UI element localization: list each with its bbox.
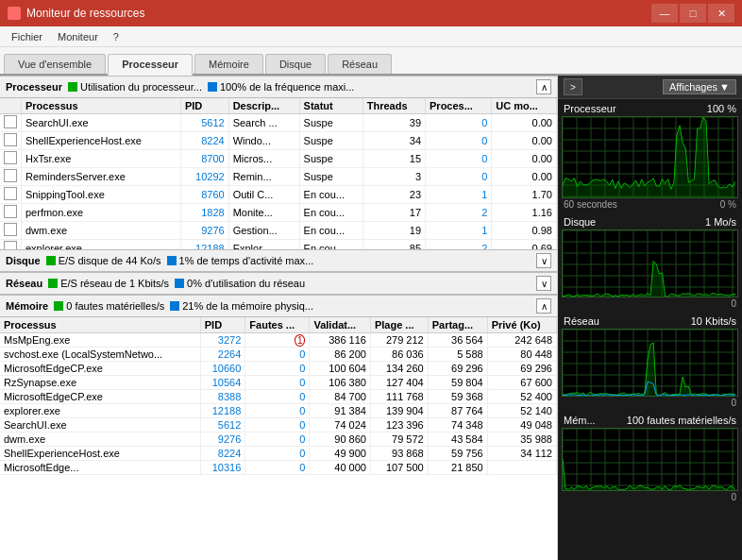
menu-moniteur[interactable]: Moniteur — [50, 29, 106, 44]
table-row[interactable]: dwm.exe 9276 0 90 860 79 572 43 584 35 9… — [0, 433, 557, 447]
table-row[interactable]: SnippingTool.exe 8760 Outil C... En cou.… — [0, 186, 557, 204]
maximize-button[interactable]: □ — [680, 4, 706, 23]
affichages-button[interactable]: Affichages ▼ — [663, 79, 736, 94]
row-check[interactable] — [0, 204, 22, 222]
menu-help[interactable]: ? — [106, 29, 126, 44]
row-shared: 5 588 — [428, 348, 487, 362]
row-check[interactable] — [0, 240, 22, 250]
row-range: 134 260 — [370, 362, 428, 376]
row-faults: 0 — [245, 418, 310, 433]
memory-indicator2-text: 21% de la mémoire physiq... — [182, 300, 313, 312]
table-row[interactable]: ShellExperienceHost.exe 8224 0 49 900 93… — [0, 447, 557, 461]
memory-table-scroll[interactable]: Processus PID Fautes ... Validat... Plag… — [0, 317, 557, 475]
processor-indicator1-text: Utilisation du processeur... — [80, 81, 202, 93]
network-expand-button[interactable]: ∨ — [536, 276, 551, 291]
row-check[interactable] — [0, 222, 22, 240]
table-row[interactable]: RzSynapse.exe 10564 0 106 380 127 404 59… — [0, 376, 557, 390]
row-name: svchost.exe (LocalSystemNetwo... — [0, 348, 200, 362]
row-name: HxTsr.exe — [22, 150, 181, 168]
table-row[interactable]: explorer.exe 12188 0 91 384 139 904 87 7… — [0, 404, 557, 418]
affichages-label: Affichages — [669, 81, 717, 93]
tab-disque[interactable]: Disque — [265, 54, 326, 74]
disk-expand-button[interactable]: ∨ — [536, 253, 551, 268]
row-valid: 74 024 — [310, 418, 370, 433]
chart-canvas-1 — [563, 230, 735, 297]
table-row[interactable]: MicrosoftEdgeCP.exe 8388 0 84 700 111 76… — [0, 390, 557, 404]
table-row[interactable]: HxTsr.exe 8700 Micros... Suspe 15 0 0.00 — [0, 150, 557, 168]
network-section-header[interactable]: Réseau E/S réseau de 1 Kbits/s 0% d'util… — [0, 272, 557, 295]
chart-title: Réseau — [564, 315, 599, 327]
row-check[interactable] — [0, 150, 22, 168]
table-row[interactable]: svchost.exe (LocalSystemNetwo... 2264 0 … — [0, 348, 557, 362]
row-shared: 59 368 — [428, 390, 487, 404]
row-check[interactable] — [0, 132, 22, 150]
row-pid: 12188 — [180, 240, 228, 250]
row-desc: Windo... — [228, 132, 299, 150]
row-valid: 90 860 — [310, 433, 370, 447]
row-check[interactable] — [0, 114, 22, 132]
table-row[interactable]: MicrosoftEdgeCP.exe 10660 0 100 604 134 … — [0, 362, 557, 376]
row-name: ShellExperienceHost.exe — [0, 447, 200, 461]
memory-indicator2: 21% de la mémoire physiq... — [170, 300, 313, 312]
row-private: 69 296 — [487, 362, 556, 376]
tab-vue-ensemble[interactable]: Vue d'ensemble — [4, 54, 106, 74]
close-button[interactable]: ✕ — [708, 4, 734, 23]
memory-table-container: Processus PID Fautes ... Validat... Plag… — [0, 317, 557, 475]
processor-expand-button[interactable]: ∧ — [536, 79, 551, 94]
row-faults: 0 — [245, 390, 310, 404]
col-header-pid: PID — [180, 98, 228, 114]
row-procs: 2 — [426, 204, 492, 222]
row-procs: 0 — [426, 114, 492, 132]
row-name: explorer.exe — [22, 240, 181, 250]
disk-section-header[interactable]: Disque E/S disque de 44 Ko/s 1% de temps… — [0, 249, 557, 272]
memory-indicator1-text: 0 fautes matérielles/s — [66, 300, 164, 312]
row-valid: 49 900 — [310, 447, 370, 461]
tab-reseau[interactable]: Réseau — [328, 54, 392, 74]
table-row[interactable]: MsMpEng.exe 3272 1 386 116 279 212 36 56… — [0, 333, 557, 348]
processor-indicator2: 100% de la fréquence maxi... — [208, 81, 354, 93]
row-check[interactable] — [0, 186, 22, 204]
row-pid: 3272 — [200, 333, 245, 348]
tab-processeur[interactable]: Processeur — [108, 54, 193, 76]
memory-green-dot-icon — [54, 301, 63, 311]
processor-table: Processus PID Descrip... Statut Threads … — [0, 98, 557, 249]
processor-section-header[interactable]: Processeur Utilisation du processeur... … — [0, 76, 557, 98]
row-pid: 10292 — [180, 168, 228, 186]
nav-button[interactable]: > — [564, 78, 582, 95]
row-status: En cou... — [299, 186, 363, 204]
row-check[interactable] — [0, 168, 22, 186]
chart-box-3 — [562, 428, 738, 491]
minimize-button[interactable]: — — [651, 4, 678, 23]
charts-container: Processeur 100 % 60 secondes 0 % Disque … — [558, 99, 742, 505]
memory-blue-dot-icon — [170, 301, 179, 311]
menu-fichier[interactable]: Fichier — [4, 29, 50, 44]
memory-expand-button[interactable]: ∧ — [536, 298, 551, 314]
table-row[interactable]: SearchUI.exe 5612 0 74 024 123 396 74 34… — [0, 418, 557, 433]
row-name: MicrosoftEdgeCP.exe — [0, 390, 200, 404]
table-row[interactable]: ShellExperienceHost.exe 8224 Windo... Su… — [0, 132, 557, 150]
table-row[interactable]: RemindersServer.exe 10292 Remin... Suspe… — [0, 168, 557, 186]
row-name: RzSynapse.exe — [0, 376, 200, 390]
memory-section-header[interactable]: Mémoire 0 fautes matérielles/s 21% de la… — [0, 295, 557, 317]
table-row[interactable]: perfmon.exe 1828 Monite... En cou... 17 … — [0, 204, 557, 222]
row-desc: Micros... — [228, 150, 299, 168]
row-uc: 0.00 — [492, 132, 557, 150]
tab-memoire[interactable]: Mémoire — [194, 54, 263, 74]
row-valid: 106 380 — [310, 376, 370, 390]
row-pid: 5612 — [180, 114, 228, 132]
row-pid: 1828 — [180, 204, 228, 222]
table-row[interactable]: explorer.exe 12188 Explor... En cou... 8… — [0, 240, 557, 250]
mem-col-header-faults: Fautes ... — [245, 317, 310, 333]
processor-table-scroll[interactable]: Processus PID Descrip... Statut Threads … — [0, 98, 557, 249]
row-uc: 1.16 — [492, 204, 557, 222]
row-range: 279 212 — [370, 333, 428, 348]
row-range: 139 904 — [370, 404, 428, 418]
table-row[interactable]: dwm.exe 9276 Gestion... En cou... 19 1 0… — [0, 222, 557, 240]
row-desc: Search ... — [228, 114, 299, 132]
row-status: Suspe — [299, 114, 363, 132]
table-row[interactable]: SearchUI.exe 5612 Search ... Suspe 39 0 … — [0, 114, 557, 132]
table-row[interactable]: MicrosoftEdge... 10316 0 40 000 107 500 … — [0, 461, 557, 475]
chart-title: Disque — [564, 216, 596, 228]
disk-blue-dot-icon — [167, 256, 177, 265]
title-bar: Moniteur de ressources — □ ✕ — [0, 0, 742, 26]
